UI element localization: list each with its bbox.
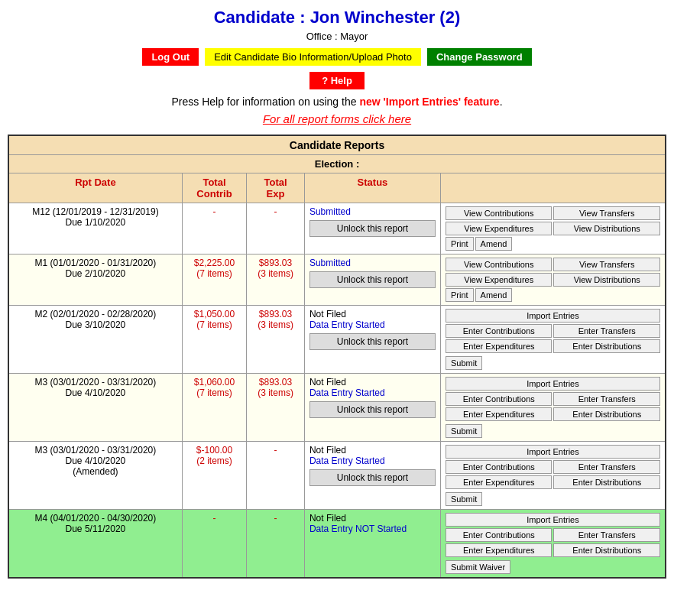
col-total-contrib: TotalContrib	[182, 173, 246, 203]
import-entries-button[interactable]: Import Entries	[446, 513, 660, 527]
enter-distributions-button[interactable]: Enter Distributions	[553, 475, 660, 489]
actions-cell: View ContributionsView TransfersView Exp…	[440, 255, 666, 306]
import-entries-button[interactable]: Import Entries	[446, 377, 660, 391]
total-contrib-cell: $1,060.00 (7 items)	[182, 374, 246, 442]
status-cell: Not FiledData Entry NOT Started	[304, 510, 440, 579]
enter-transfers-button[interactable]: Enter Transfers	[553, 460, 660, 474]
col-rpt-date: Rpt Date	[8, 173, 182, 203]
status-notfiled-label: Not Filed	[309, 513, 436, 524]
help-btn-row: ? Help	[8, 72, 666, 89]
total-exp-cell: $893.03 (3 items)	[247, 255, 305, 306]
status-dataentry-label: Data Entry Started	[309, 387, 436, 398]
report-forms-link[interactable]: For all report forms click here	[263, 112, 411, 125]
election-header: Election :	[8, 155, 666, 173]
amend-button[interactable]: Amend	[475, 288, 513, 302]
enter-expenditures-button[interactable]: Enter Expenditures	[446, 543, 552, 557]
status-cell: SubmittedUnlock this report	[304, 203, 440, 255]
unlock-report-button[interactable]: Unlock this report	[309, 220, 436, 237]
print-button[interactable]: Print	[446, 237, 474, 251]
actions-cell: Import EntriesEnter ContributionsEnter T…	[440, 510, 666, 579]
enter-distributions-button[interactable]: Enter Distributions	[553, 339, 660, 353]
col-actions	[440, 173, 666, 203]
actions-cell: Import EntriesEnter ContributionsEnter T…	[440, 374, 666, 442]
enter-transfers-button[interactable]: Enter Transfers	[553, 392, 660, 406]
page-title: Candidate : Jon Winchester (2)	[8, 8, 666, 28]
total-contrib-cell: $2,225.00 (7 items)	[182, 255, 246, 306]
rpt-date-cell: M3 (03/01/2020 - 03/31/2020) Due 4/10/20…	[8, 374, 182, 442]
view-contributions-button[interactable]: View Contributions	[446, 258, 552, 271]
amend-button[interactable]: Amend	[475, 237, 513, 251]
status-dataentry-label: Data Entry Started	[309, 319, 436, 330]
submit-button[interactable]: Submit	[446, 424, 482, 438]
enter-expenditures-button[interactable]: Enter Expenditures	[446, 407, 552, 421]
unlock-report-button[interactable]: Unlock this report	[309, 271, 436, 288]
actions-cell: Import EntriesEnter ContributionsEnter T…	[440, 442, 666, 510]
logout-button[interactable]: Log Out	[142, 48, 199, 66]
top-buttons: Log Out Edit Candidate Bio Information/U…	[8, 48, 666, 66]
edit-candidate-button[interactable]: Edit Candidate Bio Information/Upload Ph…	[205, 48, 421, 66]
enter-transfers-button[interactable]: Enter Transfers	[553, 528, 660, 542]
unlock-report-button[interactable]: Unlock this report	[309, 469, 436, 486]
submit-waiver-button[interactable]: Submit Waiver	[446, 560, 510, 574]
col-total-exp: TotalExp	[247, 173, 305, 203]
view-expenditures-button[interactable]: View Expenditures	[446, 273, 552, 287]
view-contributions-button[interactable]: View Contributions	[446, 206, 552, 220]
rpt-date-cell: M1 (01/01/2020 - 01/31/2020) Due 2/10/20…	[8, 255, 182, 306]
total-exp-cell: -	[247, 510, 305, 579]
status-cell: Not FiledData Entry StartedUnlock this r…	[304, 306, 440, 374]
total-contrib-cell: $1,050.00 (7 items)	[182, 306, 246, 374]
enter-contributions-button[interactable]: Enter Contributions	[446, 324, 552, 338]
status-cell: Not FiledData Entry StartedUnlock this r…	[304, 442, 440, 510]
rpt-date-cell: M4 (04/01/2020 - 04/30/2020) Due 5/11/20…	[8, 510, 182, 579]
enter-contributions-button[interactable]: Enter Contributions	[446, 528, 552, 542]
total-exp-cell: -	[247, 203, 305, 255]
actions-cell: View ContributionsView TransfersView Exp…	[440, 203, 666, 255]
total-contrib-cell: -	[182, 510, 246, 579]
col-status: Status	[304, 173, 440, 203]
total-exp-cell: $893.03 (3 items)	[247, 374, 305, 442]
rpt-date-cell: M2 (02/01/2020 - 02/28/2020) Due 3/10/20…	[8, 306, 182, 374]
print-button[interactable]: Print	[446, 288, 474, 302]
import-entries-button[interactable]: Import Entries	[446, 445, 660, 459]
reports-table: Candidate Reports Election : Rpt Date To…	[8, 135, 666, 579]
status-notfiled-label: Not Filed	[309, 309, 436, 319]
enter-expenditures-button[interactable]: Enter Expenditures	[446, 339, 552, 353]
actions-cell: Import EntriesEnter ContributionsEnter T…	[440, 306, 666, 374]
help-button[interactable]: ? Help	[309, 72, 365, 89]
submit-button[interactable]: Submit	[446, 492, 482, 506]
unlock-report-button[interactable]: Unlock this report	[309, 333, 436, 350]
enter-transfers-button[interactable]: Enter Transfers	[553, 324, 660, 338]
total-contrib-cell: -	[182, 203, 246, 255]
status-dataentry-label: Data Entry NOT Started	[309, 524, 436, 534]
enter-distributions-button[interactable]: Enter Distributions	[553, 543, 660, 557]
rpt-date-cell: M12 (12/01/2019 - 12/31/2019) Due 1/10/2…	[8, 203, 182, 255]
submit-button[interactable]: Submit	[446, 356, 482, 370]
status-cell: SubmittedUnlock this report	[304, 255, 440, 306]
status-notfiled-label: Not Filed	[309, 445, 436, 456]
rpt-date-cell: M3 (03/01/2020 - 03/31/2020) Due 4/10/20…	[8, 442, 182, 510]
total-exp-cell: $893.03 (3 items)	[247, 306, 305, 374]
table-main-header: Candidate Reports	[8, 135, 666, 155]
office-label: Office : Mayor	[8, 31, 666, 42]
enter-distributions-button[interactable]: Enter Distributions	[553, 407, 660, 421]
enter-expenditures-button[interactable]: Enter Expenditures	[446, 475, 552, 489]
view-transfers-button[interactable]: View Transfers	[553, 206, 660, 220]
enter-contributions-button[interactable]: Enter Contributions	[446, 460, 552, 474]
status-cell: Not FiledData Entry StartedUnlock this r…	[304, 374, 440, 442]
change-password-button[interactable]: Change Password	[427, 48, 532, 66]
status-submitted-label: Submitted	[309, 206, 436, 217]
status-dataentry-label: Data Entry Started	[309, 456, 436, 466]
report-link[interactable]: For all report forms click here	[8, 112, 666, 125]
unlock-report-button[interactable]: Unlock this report	[309, 401, 436, 418]
view-distributions-button[interactable]: View Distributions	[553, 273, 660, 287]
info-text: Press Help for information on using the …	[8, 96, 666, 108]
enter-contributions-button[interactable]: Enter Contributions	[446, 392, 552, 406]
view-distributions-button[interactable]: View Distributions	[553, 222, 660, 235]
status-submitted-label: Submitted	[309, 258, 436, 268]
total-exp-cell: -	[247, 442, 305, 510]
total-contrib-cell: $-100.00 (2 items)	[182, 442, 246, 510]
view-transfers-button[interactable]: View Transfers	[553, 258, 660, 271]
import-entries-button[interactable]: Import Entries	[446, 309, 660, 323]
view-expenditures-button[interactable]: View Expenditures	[446, 222, 552, 235]
status-notfiled-label: Not Filed	[309, 377, 436, 387]
